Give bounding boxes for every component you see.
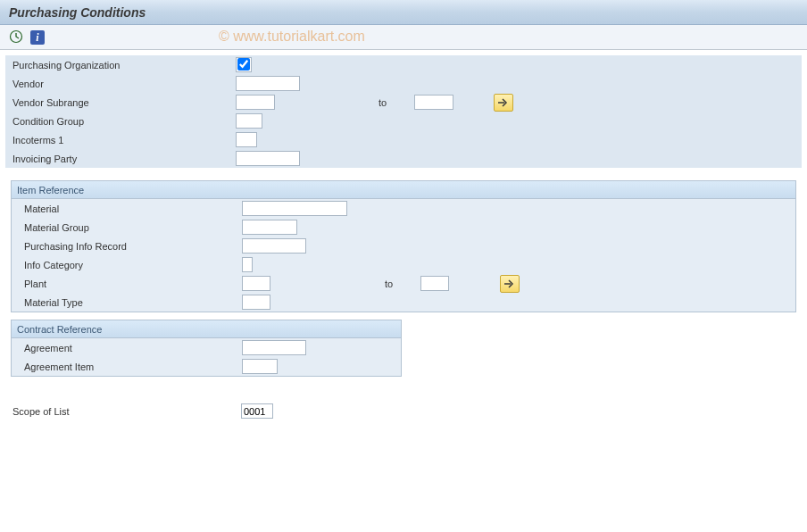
invoicing-party-field[interactable] (236, 151, 300, 166)
material-type-field[interactable] (242, 295, 270, 310)
groupbox-header-item-reference: Item Reference (12, 181, 795, 199)
vendor-subrange-to-field[interactable] (414, 95, 453, 110)
arrow-right-icon (498, 98, 509, 107)
row-agreement: Agreement (12, 338, 401, 357)
purch-org-checkbox-input[interactable] (237, 58, 250, 71)
label-info-category: Info Category (24, 260, 242, 270)
label-material-type: Material Type (24, 297, 242, 308)
row-agreement-item: Agreement Item (12, 357, 401, 376)
row-condition-group: Condition Group (5, 112, 802, 130)
vendor-subrange-more-button[interactable] (494, 94, 513, 112)
incoterms1-field[interactable] (236, 132, 257, 147)
label-condition-group: Condition Group (12, 116, 236, 127)
row-material: Material (12, 199, 795, 218)
label-invoicing-party: Invoicing Party (12, 154, 236, 164)
label-incoterms1: Incoterms 1 (12, 135, 236, 145)
label-to-2: to (385, 278, 420, 289)
row-incoterms1: Incoterms 1 (5, 130, 802, 149)
purch-info-field[interactable] (242, 238, 306, 254)
row-purch-info: Purchasing Info Record (12, 237, 795, 255)
row-invoicing-party: Invoicing Party (5, 149, 802, 168)
label-scope: Scope of List (12, 406, 241, 417)
groupbox-item-reference: Item Reference Material Material Group P… (11, 180, 796, 312)
agreement-field[interactable] (242, 340, 306, 355)
vendor-field[interactable] (236, 76, 300, 91)
plant-more-button[interactable] (500, 275, 520, 293)
label-purch-info: Purchasing Info Record (24, 241, 242, 252)
row-material-group: Material Group (12, 218, 795, 237)
clock-icon (9, 29, 23, 46)
plant-to-field[interactable] (420, 276, 449, 291)
material-group-field[interactable] (242, 220, 297, 235)
plant-from-field[interactable] (242, 276, 270, 291)
label-agreement-item: Agreement Item (24, 362, 242, 372)
vendor-subrange-from-field[interactable] (236, 95, 275, 110)
condition-group-field[interactable] (236, 113, 262, 129)
label-to-1: to (379, 97, 414, 108)
row-plant: Plant to (12, 274, 795, 293)
row-scope: Scope of List (5, 402, 802, 420)
scope-field[interactable] (241, 403, 273, 419)
row-purch-org: Purchasing Organization (5, 55, 802, 74)
execute-button[interactable] (7, 29, 25, 46)
info-icon: i (30, 30, 45, 45)
form-area: Purchasing Organization Vendor Vendor Su… (0, 50, 807, 426)
info-category-field[interactable] (242, 257, 253, 272)
material-field[interactable] (242, 201, 347, 216)
arrow-right-icon (504, 279, 515, 288)
agreement-item-field[interactable] (242, 359, 278, 374)
label-vendor: Vendor (12, 79, 236, 89)
groupbox-header-contract-reference: Contract Reference (12, 320, 401, 338)
purch-org-checkbox[interactable] (236, 57, 252, 72)
row-material-type: Material Type (12, 293, 795, 312)
label-vendor-subrange: Vendor Subrange (12, 97, 236, 108)
title-bar: Purchasing Conditions (0, 0, 807, 25)
row-vendor: Vendor (5, 74, 802, 93)
label-agreement: Agreement (24, 343, 242, 353)
label-plant: Plant (24, 278, 242, 289)
toolbar: i (0, 25, 807, 50)
label-material: Material (24, 204, 242, 214)
row-info-category: Info Category (12, 255, 795, 274)
groupbox-contract-reference: Contract Reference Agreement Agreement I… (11, 320, 402, 377)
row-vendor-subrange: Vendor Subrange to (5, 93, 802, 112)
label-material-group: Material Group (24, 222, 242, 233)
info-button[interactable]: i (29, 29, 46, 46)
label-purch-org: Purchasing Organization (12, 60, 236, 71)
page-title: Purchasing Conditions (9, 5, 146, 20)
